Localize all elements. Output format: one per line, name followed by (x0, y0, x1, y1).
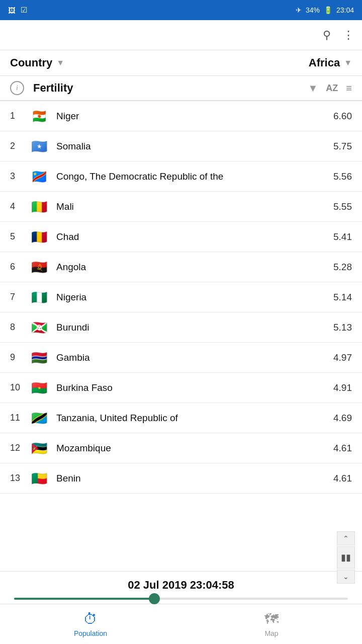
az-sort-icon[interactable]: AZ (326, 83, 338, 94)
country-flag: 🇧🇮 (28, 320, 50, 335)
row-rank: 10 (10, 382, 28, 393)
country-name: Somalia (56, 141, 322, 152)
info-char: i (16, 84, 18, 92)
fertility-value: 5.56 (322, 171, 352, 182)
action-bar: ⚲ ⋮ (0, 20, 362, 50)
row-rank: 12 (10, 443, 28, 453)
bottom-nav: ⏱ Population 🗺 Map (0, 604, 362, 644)
row-rank: 8 (10, 322, 28, 333)
clock-time: 23:04 (336, 6, 354, 14)
row-rank: 7 (10, 292, 28, 302)
timeline-slider[interactable] (14, 598, 348, 600)
fertility-value: 4.61 (322, 473, 352, 484)
fertility-value: 6.60 (322, 111, 352, 122)
bottom-section: ⌃ ▮▮ ⌄ 02 Jul 2019 23:04:58 ⏱ Population… (0, 571, 362, 644)
timeline-date: 02 Jul 2019 23:04:58 (10, 579, 352, 592)
country-flag: 🇬🇲 (28, 351, 50, 365)
country-name: Congo, The Democratic Republic of the (56, 171, 322, 182)
population-nav-label: Population (74, 629, 107, 637)
country-name: Angola (56, 262, 322, 273)
row-rank: 13 (10, 473, 28, 484)
metric-dropdown-arrow[interactable]: ▼ (308, 83, 318, 94)
status-bar-left: 🖼 ☑ (8, 6, 27, 15)
fertility-value: 5.55 (322, 201, 352, 212)
status-bar-right: ✈ 34% 🔋 23:04 (296, 6, 354, 14)
row-rank: 5 (10, 231, 28, 242)
fertility-value: 5.41 (322, 231, 352, 243)
search-icon[interactable]: ⚲ (323, 29, 331, 42)
population-nav-icon: ⏱ (83, 611, 98, 627)
pause-button[interactable]: ▮▮ (337, 546, 355, 569)
row-rank: 4 (10, 201, 28, 212)
country-flag: 🇦🇴 (28, 260, 50, 274)
map-nav-label: Map (264, 629, 278, 637)
status-bar: 🖼 ☑ ✈ 34% 🔋 23:04 (0, 0, 362, 20)
check-icon: ☑ (21, 6, 27, 15)
info-icon[interactable]: i (10, 81, 24, 95)
row-rank: 6 (10, 262, 28, 272)
row-rank: 1 (10, 111, 28, 121)
region-dropdown-arrow: ▼ (344, 58, 352, 67)
country-filter[interactable]: Country ▼ (10, 56, 64, 69)
country-list: 1 🇳🇪 Niger 6.60 2 🇸🇴 Somalia 5.75 3 🇨🇩 C… (0, 101, 362, 571)
table-row[interactable]: 3 🇨🇩 Congo, The Democratic Republic of t… (0, 162, 362, 192)
nav-item-map[interactable]: 🗺 Map (181, 611, 362, 637)
country-flag: 🇲🇿 (28, 441, 50, 455)
chevron-down-button[interactable]: ⌄ (337, 570, 355, 584)
table-row[interactable]: 4 🇲🇱 Mali 5.55 (0, 192, 362, 222)
fertility-value: 4.61 (322, 443, 352, 454)
country-name: Mali (56, 201, 322, 212)
nav-item-population[interactable]: ⏱ Population (0, 611, 181, 637)
region-label: Africa (309, 56, 340, 69)
table-row[interactable]: 8 🇧🇮 Burundi 5.13 (0, 312, 362, 343)
country-name: Tanzania, United Republic of (56, 413, 322, 424)
fertility-value: 4.97 (322, 352, 352, 363)
metric-row: i Fertility ▼ AZ ≡ (0, 76, 362, 101)
row-rank: 3 (10, 171, 28, 182)
country-name: Burkina Faso (56, 382, 322, 393)
filter-row: Country ▼ Africa ▼ (0, 50, 362, 76)
region-filter[interactable]: Africa ▼ (309, 56, 352, 69)
timeline-slider-fill (14, 598, 154, 600)
table-row[interactable]: 7 🇳🇬 Nigeria 5.14 (0, 282, 362, 312)
timeline-slider-container (10, 598, 352, 600)
country-flag: 🇳🇪 (28, 109, 50, 123)
battery-icon: 🔋 (324, 6, 332, 14)
table-row[interactable]: 2 🇸🇴 Somalia 5.75 (0, 131, 362, 162)
fertility-value: 5.14 (322, 292, 352, 303)
country-flag: 🇨🇩 (28, 170, 50, 184)
country-flag: 🇳🇬 (28, 290, 50, 304)
map-nav-icon: 🗺 (264, 611, 279, 627)
chevron-up-button[interactable]: ⌃ (337, 531, 355, 545)
table-row[interactable]: 6 🇦🇴 Angola 5.28 (0, 252, 362, 282)
fertility-value: 5.28 (322, 262, 352, 273)
timeline-slider-thumb (149, 593, 160, 604)
row-rank: 2 (10, 141, 28, 151)
table-row[interactable]: 10 🇧🇫 Burkina Faso 4.91 (0, 373, 362, 403)
app-wrapper: 🖼 ☑ ✈ 34% 🔋 23:04 ⚲ ⋮ Country ▼ Africa ▼… (0, 0, 362, 644)
country-flag: 🇹🇩 (28, 230, 50, 244)
country-label: Country (10, 56, 52, 69)
table-row[interactable]: 13 🇧🇯 Benin 4.61 (0, 463, 362, 494)
table-row[interactable]: 5 🇹🇩 Chad 5.41 (0, 222, 362, 252)
table-row[interactable]: 12 🇲🇿 Mozambique 4.61 (0, 433, 362, 463)
country-flag: 🇸🇴 (28, 139, 50, 153)
battery-level: 34% (306, 6, 320, 14)
timeline-right-controls: ⌃ ▮▮ ⌄ (337, 531, 355, 584)
table-row[interactable]: 9 🇬🇲 Gambia 4.97 (0, 343, 362, 373)
row-rank: 9 (10, 352, 28, 363)
row-rank: 11 (10, 413, 28, 423)
country-flag: 🇹🇿 (28, 411, 50, 425)
country-name: Burundi (56, 322, 322, 333)
country-name: Chad (56, 231, 322, 243)
metric-label: Fertility (33, 82, 73, 95)
fertility-value: 4.69 (322, 413, 352, 424)
country-flag: 🇧🇫 (28, 381, 50, 395)
fertility-value: 4.91 (322, 382, 352, 393)
country-dropdown-arrow: ▼ (56, 58, 64, 67)
table-row[interactable]: 1 🇳🇪 Niger 6.60 (0, 101, 362, 131)
country-flag: 🇲🇱 (28, 200, 50, 214)
sort-filter-icon[interactable]: ≡ (346, 83, 352, 94)
table-row[interactable]: 11 🇹🇿 Tanzania, United Republic of 4.69 (0, 403, 362, 433)
more-options-icon[interactable]: ⋮ (343, 29, 354, 42)
